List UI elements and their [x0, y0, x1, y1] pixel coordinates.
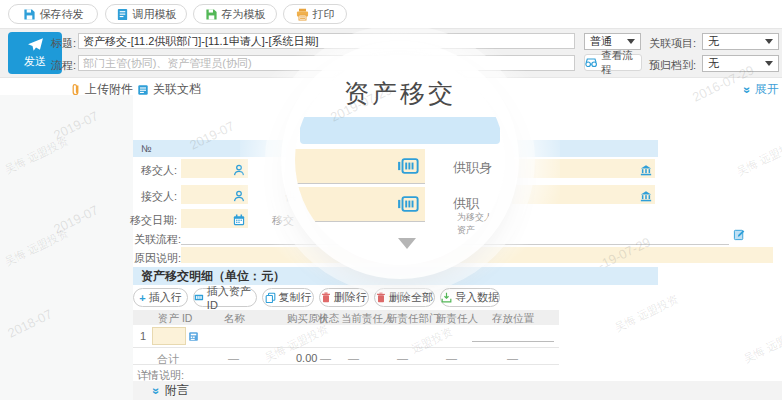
total-name: — [228, 352, 239, 364]
total-new-owner: — [446, 352, 457, 364]
col-new-department: 新责任部门 [387, 312, 440, 326]
save-template-icon [205, 8, 218, 21]
related-project-select[interactable]: 无 [702, 33, 779, 50]
transferor-input[interactable] [181, 159, 248, 178]
organization-icon [640, 164, 652, 176]
postscript-bar[interactable]: » 附言 [133, 381, 782, 400]
department-input-1[interactable] [512, 159, 655, 178]
delete-row-button[interactable]: 删除行 [319, 288, 369, 307]
print-icon [296, 8, 309, 21]
expand-label: 展开 [755, 81, 779, 98]
trash-icon [321, 292, 331, 303]
transfer-date-label: 移交日期: [127, 213, 177, 228]
person-icon [233, 190, 245, 202]
pre-archive-label: 预归档到: [649, 58, 696, 73]
receiver-input[interactable] [181, 185, 248, 204]
import-data-label: 导入数据 [455, 290, 499, 305]
col-storage-location: 存放位置 [492, 312, 534, 326]
related-project-label: 关联项目: [649, 36, 696, 51]
flow-label: 流程: [44, 58, 76, 73]
print-button[interactable]: 打印 [283, 4, 347, 24]
save-as-template-button[interactable]: 存为模板 [193, 4, 277, 24]
link-document-link[interactable]: 关联文档 [137, 81, 201, 98]
trash-all-icon [376, 292, 386, 303]
save-draft-label: 保存待发 [40, 7, 84, 22]
storage-location-input[interactable] [472, 328, 554, 342]
card-selector-icon [397, 193, 419, 219]
total-current-owner: — [348, 352, 359, 364]
form-title: 资产移交 [295, 77, 505, 110]
magnified-header-bar [300, 117, 500, 144]
asset-picker-icon[interactable] [188, 328, 199, 346]
copy-icon [265, 292, 276, 303]
total-new-department: — [397, 352, 408, 364]
plus-icon: + [139, 292, 145, 304]
reason-label: 原因说明: [129, 251, 181, 266]
card-selector-icon [397, 155, 419, 181]
use-template-label: 调用模板 [133, 7, 177, 22]
magnified-field-2[interactable] [295, 187, 425, 222]
magnified-label-1: 供职身 [453, 159, 492, 177]
related-flow-label: 关联流程: [129, 232, 181, 247]
total-price: 0.00 [296, 352, 317, 364]
magnified-field-1[interactable] [295, 149, 425, 184]
copy-row-label: 复制行 [279, 290, 312, 305]
magnifier-pointer-icon [398, 238, 416, 249]
link-document-icon [137, 84, 149, 96]
page-left-margin [0, 95, 133, 400]
save-draft-button[interactable]: 保存待发 [8, 4, 98, 24]
col-new-owner: 新责任人 [436, 312, 478, 326]
transferor-label: 移交人: [133, 163, 177, 178]
watermark: 吴悔 远盟投资 [612, 292, 681, 336]
top-toolbar: 保存待发 调用模板 存为模板 打印 [0, 0, 782, 28]
detail-section-title: 资产移交明细（单位：元） [141, 268, 285, 285]
delete-all-label: 删除全部 [389, 290, 433, 305]
select-flow-icon[interactable] [733, 227, 746, 245]
total-storage: — [507, 352, 518, 364]
priority-value: 普通 [590, 34, 612, 49]
use-template-button[interactable]: 调用模板 [105, 4, 187, 24]
form-number-label: № [141, 143, 152, 154]
total-status: — [320, 352, 331, 364]
magnifier-circle: 资产移交 供职身 供职 为移交人的资产 [295, 55, 505, 265]
transfer-date-input[interactable] [181, 209, 248, 228]
save-as-template-label: 存为模板 [222, 7, 266, 22]
import-data-button[interactable]: 导入数据 [440, 288, 500, 307]
insert-row-button[interactable]: + 插入行 [133, 288, 188, 307]
table-divider [133, 364, 559, 365]
expand-toggle[interactable]: » 展开 [744, 81, 779, 98]
watermark: 吴悔 远盟投资 [734, 136, 782, 180]
paper-plane-icon [27, 37, 44, 52]
insert-asset-id-button[interactable]: 插入资产ID [193, 288, 257, 307]
view-flow-icon [585, 57, 597, 68]
receiver-label: 接交人: [133, 189, 177, 204]
pre-archive-select[interactable]: 无 [702, 55, 779, 72]
table-divider [133, 347, 559, 348]
view-flow-label: 查看流程 [601, 49, 641, 77]
reason-input[interactable] [181, 247, 773, 263]
department-input-2[interactable] [512, 185, 655, 204]
title-input[interactable] [78, 33, 575, 49]
detail-section-header: 资产移交明细（单位：元） [133, 267, 658, 285]
template-icon [116, 8, 129, 21]
copy-row-button[interactable]: 复制行 [262, 288, 314, 307]
chevron-down-icon [627, 39, 635, 44]
person-icon [233, 164, 245, 176]
insert-row-label: 插入行 [149, 290, 182, 305]
insert-asset-id-label: 插入资产ID [207, 284, 256, 311]
postscript-chevrons-icon: » [149, 387, 163, 394]
mid-label-row2: 供 [285, 189, 296, 204]
delete-row-label: 删除行 [334, 290, 367, 305]
col-name: 名称 [224, 312, 245, 326]
col-current-owner: 当前责任人 [341, 312, 394, 326]
asset-id-input[interactable] [152, 327, 186, 345]
priority-select[interactable]: 普通 [584, 33, 641, 50]
postscript-label: 附言 [165, 382, 189, 399]
pre-archive-value: 无 [708, 56, 719, 71]
view-flow-button[interactable]: 查看流程 [584, 54, 642, 71]
title-label: 标题: [44, 36, 76, 51]
delete-all-button[interactable]: 删除全部 [374, 288, 435, 307]
print-label: 打印 [313, 7, 335, 22]
mid-label-row3: 移交 [272, 213, 294, 228]
flow-input[interactable] [78, 55, 575, 71]
